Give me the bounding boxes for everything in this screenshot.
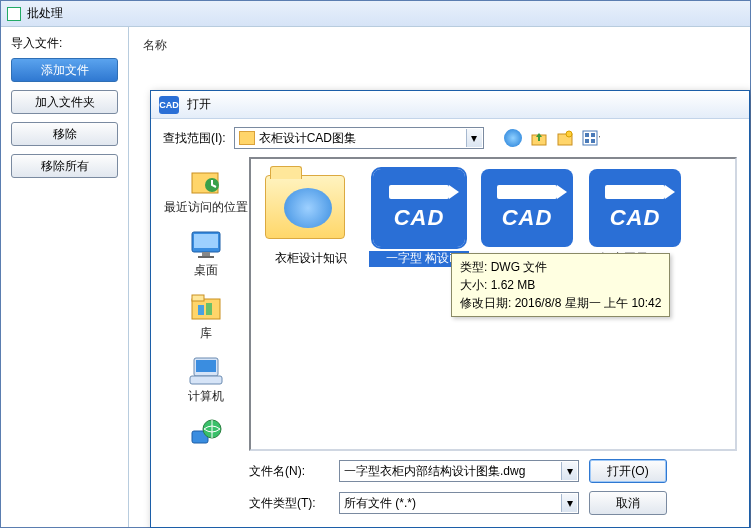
svg-rect-7 [591,139,595,143]
tooltip-date: 修改日期: 2016/8/8 星期一 上午 10:42 [460,294,661,312]
cad-file-icon: CAD [589,169,681,247]
svg-rect-14 [198,256,214,258]
middle-area: 最近访问的位置 桌面 库 计算机 网络 [163,157,737,451]
filetype-row: 文件类型(T): 所有文件 (*.*) ▾ 取消 [249,491,737,515]
tooltip-type: 类型: DWG 文件 [460,258,661,276]
import-label: 导入文件: [11,35,118,52]
cad-file-icon: CAD [481,169,573,247]
open-button[interactable]: 打开(O) [589,459,667,483]
filename-label: 文件名(N): [249,463,329,480]
open-dialog-titlebar[interactable]: CAD 打开 [151,91,749,119]
add-file-button[interactable]: 添加文件 [11,58,118,82]
open-dialog-title: 打开 [187,96,211,113]
lookin-combo[interactable]: 衣柜设计CAD图集 ▾ [234,127,484,149]
svg-text:▾: ▾ [599,131,600,145]
view-menu-icon[interactable]: ▾ [582,129,600,147]
filename-value: 一字型衣柜内部结构设计图集.dwg [344,463,525,480]
svg-rect-20 [196,360,216,372]
svg-rect-18 [206,303,212,315]
filename-combo[interactable]: 一字型衣柜内部结构设计图集.dwg ▾ [339,460,579,482]
svg-rect-12 [194,234,218,248]
lookin-label: 查找范围(I): [163,130,226,147]
main-title: 批处理 [27,5,63,22]
chevron-down-icon[interactable]: ▾ [466,129,482,147]
svg-rect-5 [591,133,595,137]
file-list[interactable]: 衣柜设计知识 CAD 一字型 构设i CAD CAD 组合图示. wg 类型: … [249,157,737,451]
main-titlebar[interactable]: 批处理 [1,1,750,27]
lookin-row: 查找范围(I): 衣柜设计CAD图集 ▾ ▾ [163,127,737,149]
svg-rect-21 [190,376,222,384]
filetype-label: 文件类型(T): [249,495,329,512]
app-icon [7,7,21,21]
remove-all-button[interactable]: 移除所有 [11,154,118,178]
place-recent-label: 最近访问的位置 [164,199,248,216]
open-dialog-body: 查找范围(I): 衣柜设计CAD图集 ▾ ▾ 最近访问的位置 [151,119,749,527]
chevron-down-icon[interactable]: ▾ [561,494,577,512]
file-item[interactable]: CAD 组合图示. wg [585,169,685,267]
nav-toolbar: ▾ [504,129,600,147]
filetype-combo[interactable]: 所有文件 (*.*) ▾ [339,492,579,514]
svg-point-2 [566,131,572,137]
filetype-value: 所有文件 (*.*) [344,495,416,512]
new-folder-icon[interactable] [556,129,574,147]
place-computer-label: 计算机 [188,388,224,405]
column-header-name: 名称 [143,37,750,54]
file-item[interactable]: CAD [477,169,577,251]
svg-rect-4 [585,133,589,137]
lookin-value: 衣柜设计CAD图集 [259,130,356,147]
back-icon[interactable] [504,129,522,147]
svg-rect-17 [198,305,204,315]
place-network[interactable]: 网络 [163,413,249,451]
file-tooltip: 类型: DWG 文件 大小: 1.62 MB 修改日期: 2016/8/8 星期… [451,253,670,317]
svg-rect-13 [202,252,210,256]
filename-row: 文件名(N): 一字型衣柜内部结构设计图集.dwg ▾ 打开(O) [249,459,737,483]
folder-item[interactable]: 衣柜设计知识 [261,169,361,267]
tooltip-size: 大小: 1.62 MB [460,276,661,294]
add-folder-button[interactable]: 加入文件夹 [11,90,118,114]
folder-icon [239,131,255,145]
remove-button[interactable]: 移除 [11,122,118,146]
bottom-rows: 文件名(N): 一字型衣柜内部结构设计图集.dwg ▾ 打开(O) 文件类型(T… [163,459,737,515]
places-bar: 最近访问的位置 桌面 库 计算机 网络 [163,157,249,451]
place-computer[interactable]: 计算机 [163,350,249,409]
up-icon[interactable] [530,129,548,147]
cancel-button[interactable]: 取消 [589,491,667,515]
chevron-down-icon[interactable]: ▾ [561,462,577,480]
place-recent[interactable]: 最近访问的位置 [163,161,249,220]
place-desktop[interactable]: 桌面 [163,224,249,283]
cad-app-icon: CAD [159,96,179,114]
place-desktop-label: 桌面 [194,262,218,279]
svg-rect-16 [192,295,204,301]
svg-rect-6 [585,139,589,143]
file-item-selected[interactable]: CAD 一字型 构设i [369,169,469,267]
folder-item-label: 衣柜设计知识 [261,251,361,267]
place-library-label: 库 [200,325,212,342]
open-dialog: CAD 打开 查找范围(I): 衣柜设计CAD图集 ▾ ▾ 最近访问的位置 [150,90,750,528]
left-panel: 导入文件: 添加文件 加入文件夹 移除 移除所有 [1,27,129,527]
cad-file-icon: CAD [373,169,465,247]
place-library[interactable]: 库 [163,287,249,346]
